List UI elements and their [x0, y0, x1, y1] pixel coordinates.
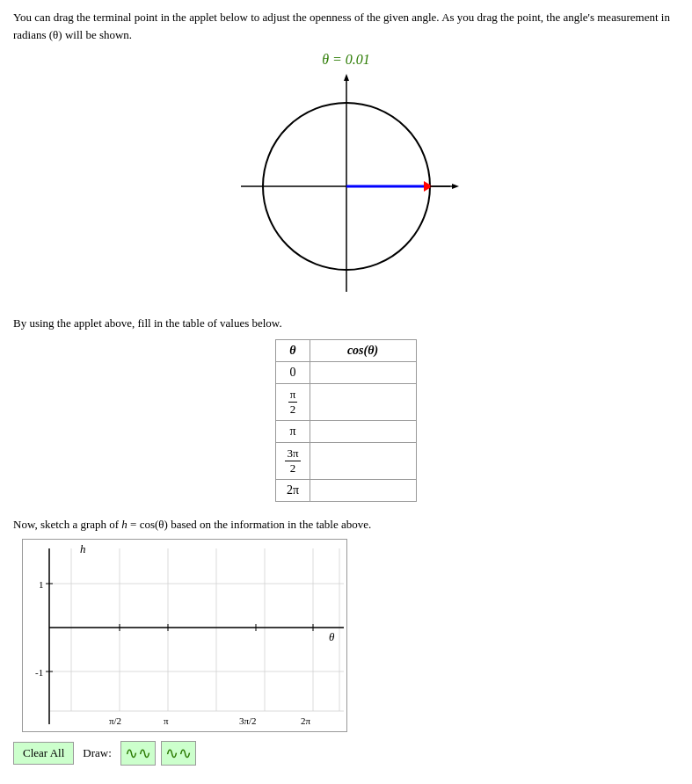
col-header-theta: θ [276, 340, 310, 362]
table-instruction: By using the applet above, fill in the t… [13, 316, 679, 330]
theta-value-2pi: 2π [276, 480, 310, 502]
cos-input-field-3pi2[interactable] [319, 454, 407, 468]
col-header-cos: cos(θ) [310, 340, 416, 362]
table-row: π 2 [276, 384, 416, 421]
theta-value-pi2: π 2 [276, 384, 310, 421]
draw-tool-wave2[interactable]: ∿∿ [161, 741, 196, 766]
circle-applet[interactable] [232, 72, 461, 301]
svg-text:3π/2: 3π/2 [239, 715, 257, 726]
svg-text:h: h [80, 542, 86, 555]
table-row: 3π 2 [276, 443, 416, 480]
table-row: π [276, 421, 416, 443]
graph-area[interactable]: h θ 1 -1 π/2 π 3π/2 2π [22, 539, 347, 732]
table-section: By using the applet above, fill in the t… [13, 316, 679, 502]
svg-marker-2 [452, 184, 459, 189]
theta-value-0: 0 [276, 362, 310, 384]
table-row: 2π [276, 480, 416, 502]
svg-text:-1: -1 [35, 667, 43, 678]
graph-instruction: Now, sketch a graph of h = cos(θ) based … [13, 518, 679, 532]
clear-all-button[interactable]: Clear All [13, 742, 74, 765]
theta-display: θ = 0.01 [322, 52, 370, 68]
unit-circle-svg [232, 72, 461, 301]
cos-input-pi[interactable] [310, 421, 416, 443]
cos-input-0[interactable] [310, 362, 416, 384]
cos-input-field-0[interactable] [319, 366, 407, 379]
values-table: θ cos(θ) 0 π 2 π [275, 339, 416, 502]
svg-text:π/2: π/2 [109, 715, 121, 726]
svg-marker-3 [344, 74, 349, 81]
cos-input-field-2pi[interactable] [319, 483, 407, 497]
cos-input-2pi[interactable] [310, 480, 416, 502]
theta-value-3pi2: 3π 2 [276, 443, 310, 480]
draw-label: Draw: [83, 746, 112, 760]
cos-input-field-pi[interactable] [319, 425, 407, 438]
fraction-3pi2: 3π 2 [285, 446, 300, 475]
svg-text:θ: θ [329, 630, 335, 643]
svg-text:2π: 2π [301, 715, 311, 726]
cos-input-3pi2[interactable] [310, 443, 416, 480]
cos-input-pi2[interactable] [310, 384, 416, 421]
bottom-bar: Clear All Draw: ∿∿ ∿∿ [13, 741, 679, 766]
applet-section: θ = 0.01 [13, 52, 679, 301]
draw-tools: ∿∿ ∿∿ [120, 741, 196, 766]
graph-section: Now, sketch a graph of h = cos(θ) based … [13, 518, 679, 732]
theta-value-pi: π [276, 421, 310, 443]
draw-tool-wave1[interactable]: ∿∿ [120, 741, 156, 766]
cos-input-field-pi2[interactable] [319, 396, 407, 409]
table-row: 0 [276, 362, 416, 384]
svg-text:π: π [164, 715, 169, 726]
svg-text:1: 1 [39, 579, 44, 590]
fraction-pi2: π 2 [288, 388, 298, 417]
graph-svg: h θ 1 -1 π/2 π 3π/2 2π [23, 540, 348, 733]
intro-text: You can drag the terminal point in the a… [13, 9, 679, 43]
